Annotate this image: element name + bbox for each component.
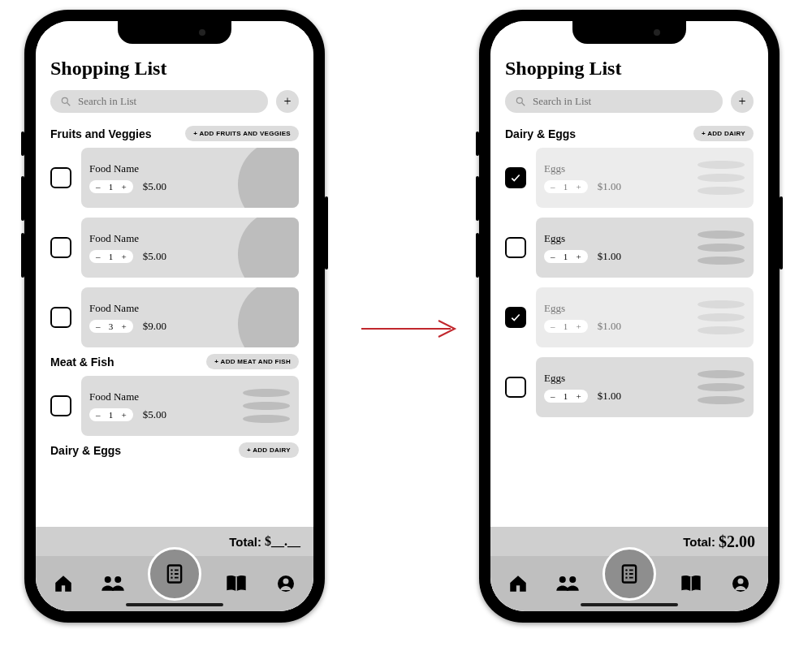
item-image-placeholder: [689, 357, 754, 417]
total-amount: $__.__: [265, 534, 300, 549]
quantity-stepper[interactable]: –1+: [544, 250, 588, 263]
item-checkbox[interactable]: [505, 307, 526, 328]
qty-plus[interactable]: +: [577, 391, 581, 401]
item-card[interactable]: Food Name–3+$9.00: [81, 287, 299, 347]
check-icon: [510, 172, 521, 183]
search-input[interactable]: Search in List: [50, 90, 268, 113]
item-card[interactable]: Food Name–1+$5.00: [81, 376, 299, 436]
placeholder-shape: [234, 376, 299, 436]
item-price: $5.00: [143, 180, 166, 193]
search-placeholder: Search in List: [78, 95, 136, 108]
svg-point-15: [516, 98, 522, 104]
nav-recipes[interactable]: [677, 570, 705, 597]
add-item-button[interactable]: +: [731, 90, 754, 113]
quantity-stepper[interactable]: –1+: [89, 408, 133, 421]
qty-row: –1+$5.00: [89, 408, 226, 421]
phone-left: Shopping List Search in List + Fruits an…: [24, 10, 325, 623]
bottom-bar: Total: $__.__: [36, 527, 313, 611]
item-card[interactable]: Food Name–1+$5.00: [81, 218, 299, 278]
item-checkbox[interactable]: [50, 237, 71, 258]
svg-point-17: [559, 576, 565, 583]
book-icon: [225, 574, 248, 593]
home-icon: [53, 573, 74, 594]
add-item-button[interactable]: +: [276, 90, 299, 113]
page-title: Shopping List: [50, 58, 299, 79]
total-amount: $2.00: [719, 532, 755, 551]
item-card[interactable]: Eggs–1+$1.00: [536, 287, 754, 347]
quantity-stepper[interactable]: –1+: [544, 180, 588, 193]
card-body: Eggs–1+$1.00: [536, 357, 689, 417]
qty-plus[interactable]: +: [122, 410, 127, 420]
qty-minus[interactable]: –: [551, 391, 555, 401]
svg-point-22: [625, 573, 627, 575]
quantity-stepper[interactable]: –1+: [89, 180, 133, 193]
nav-list[interactable]: [148, 547, 201, 601]
quantity-stepper[interactable]: –1+: [544, 320, 588, 333]
add-category-item-button[interactable]: + ADD MEAT AND FISH: [206, 354, 299, 369]
qty-minus[interactable]: –: [551, 321, 555, 331]
svg-point-3: [114, 576, 121, 583]
qty-value: 1: [562, 321, 570, 331]
item-price: $5.00: [143, 408, 166, 421]
qty-minus[interactable]: –: [96, 410, 101, 420]
qty-plus[interactable]: +: [122, 252, 127, 261]
item-card[interactable]: Eggs–1+$1.00: [536, 148, 754, 208]
qty-row: –1+$5.00: [89, 180, 226, 193]
card-body: Eggs–1+$1.00: [536, 218, 689, 278]
svg-point-20: [625, 569, 627, 571]
add-category-item-button[interactable]: + ADD DAIRY: [239, 442, 299, 458]
nav-home[interactable]: [504, 570, 532, 597]
item-checkbox[interactable]: [50, 307, 71, 328]
hw-vol-up: [476, 176, 479, 221]
item-checkbox[interactable]: [505, 377, 526, 398]
qty-minus[interactable]: –: [96, 321, 101, 331]
quantity-stepper[interactable]: –1+: [544, 390, 588, 403]
nav-home[interactable]: [50, 570, 77, 597]
qty-minus[interactable]: –: [96, 252, 101, 261]
svg-point-0: [62, 98, 67, 104]
item-card[interactable]: Food Name–1+$5.00: [81, 148, 299, 208]
item-checkbox[interactable]: [50, 395, 71, 416]
quantity-stepper[interactable]: –3+: [89, 320, 133, 333]
item-checkbox[interactable]: [505, 237, 526, 258]
item-card[interactable]: Eggs–1+$1.00: [536, 218, 754, 278]
qty-plus[interactable]: +: [122, 321, 127, 331]
quantity-stepper[interactable]: –1+: [89, 250, 133, 263]
list-item: Food Name–3+$9.00: [50, 287, 299, 347]
nav-recipes[interactable]: [222, 570, 250, 597]
qty-value: 1: [562, 391, 570, 401]
category-title: Fruits and Veggies: [50, 127, 151, 140]
add-category-item-button[interactable]: + ADD FRUITS AND VEGGIES: [185, 126, 299, 141]
qty-plus[interactable]: +: [122, 182, 127, 192]
qty-minus[interactable]: –: [551, 182, 555, 192]
hw-power: [780, 196, 783, 269]
qty-row: –1+$1.00: [544, 390, 680, 403]
nav-profile[interactable]: [727, 570, 754, 597]
search-input[interactable]: Search in List: [505, 90, 723, 113]
item-checkbox[interactable]: [50, 167, 71, 188]
nav-groups[interactable]: [99, 570, 127, 597]
qty-minus[interactable]: –: [96, 182, 101, 192]
card-body: Eggs–1+$1.00: [536, 287, 689, 347]
item-checkbox[interactable]: [505, 167, 526, 188]
qty-row: –1+$1.00: [544, 320, 680, 333]
qty-plus[interactable]: +: [577, 321, 581, 331]
arrow-icon: [357, 317, 463, 341]
nav-profile[interactable]: [272, 570, 300, 597]
qty-minus[interactable]: –: [551, 252, 555, 261]
placeholder-shape: [238, 218, 299, 278]
item-image-placeholder: [689, 148, 754, 208]
qty-plus[interactable]: +: [577, 182, 581, 192]
category-header: Meat & Fish+ ADD MEAT AND FISH: [50, 354, 299, 369]
nav-list[interactable]: [603, 547, 656, 601]
list-item: Food Name–1+$5.00: [50, 218, 299, 278]
qty-row: –1+$1.00: [544, 180, 680, 193]
add-category-item-button[interactable]: + ADD DAIRY: [693, 126, 754, 141]
item-card[interactable]: Eggs–1+$1.00: [536, 357, 754, 417]
item-price: $5.00: [143, 250, 166, 263]
card-body: Food Name–3+$9.00: [81, 287, 234, 347]
home-indicator: [581, 603, 678, 606]
qty-plus[interactable]: +: [577, 252, 581, 261]
item-price: $9.00: [143, 320, 166, 333]
nav-groups[interactable]: [554, 570, 581, 597]
